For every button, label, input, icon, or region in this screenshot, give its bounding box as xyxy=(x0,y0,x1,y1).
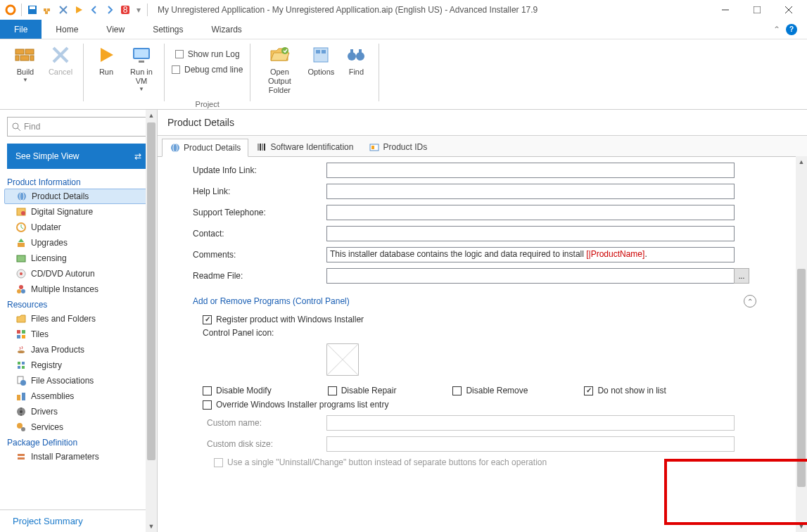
nav-multiple-instances[interactable]: Multiple Instances xyxy=(0,281,157,297)
ribbon: Build ▼ Cancel Run Run in VM ▼ Show run … xyxy=(0,39,807,110)
chk-override-list-entry[interactable]: Override Windows Installer programs list… xyxy=(203,400,807,410)
control-panel-icon-preview[interactable] xyxy=(326,343,359,376)
chk-do-not-show[interactable]: Do not show in list xyxy=(584,386,666,395)
dropdown-icon[interactable]: ▾ xyxy=(135,4,142,15)
see-simple-view-button[interactable]: See Simple View ⇄ xyxy=(7,144,150,169)
run-icon[interactable] xyxy=(73,4,84,15)
maximize-button[interactable] xyxy=(741,0,773,20)
ribbon-collapse-icon[interactable]: ⌃ xyxy=(773,25,780,34)
nav-registry[interactable]: Registry xyxy=(0,357,157,373)
browse-readme-button[interactable]: ... xyxy=(734,268,749,284)
input-readme[interactable] xyxy=(326,268,735,284)
svg-point-60 xyxy=(20,380,26,386)
input-contact[interactable] xyxy=(326,226,735,241)
svg-rect-51 xyxy=(22,330,25,334)
nav-tiles[interactable]: Tiles xyxy=(0,327,157,342)
titlebar: 8 ▾ My Unregistered Appllication - My Un… xyxy=(0,0,807,20)
svg-rect-4 xyxy=(47,8,50,11)
svg-marker-26 xyxy=(271,53,289,61)
nav-digital-signature[interactable]: Digital Signature xyxy=(0,204,157,220)
ribbon-cancel-button: Cancel xyxy=(45,42,76,83)
svg-rect-25 xyxy=(139,61,144,63)
nav-drivers[interactable]: Drivers xyxy=(0,404,157,419)
nav-licensing[interactable]: Licensing xyxy=(0,251,157,266)
menu-wizards[interactable]: Wizards xyxy=(198,20,256,39)
label-control-panel-icon: Control Panel icon: xyxy=(203,328,336,338)
svg-point-49 xyxy=(19,285,23,289)
cancel-icon[interactable] xyxy=(58,4,69,15)
menu-home[interactable]: Home xyxy=(42,20,92,39)
nav-java-products[interactable]: Java Products xyxy=(0,342,157,357)
content-tabs: Product Details Software Identification … xyxy=(158,136,807,157)
input-help-link[interactable] xyxy=(326,184,735,199)
svg-rect-5 xyxy=(45,11,48,14)
globe-icon xyxy=(16,191,27,202)
tab-product-ids[interactable]: Product IDs xyxy=(361,138,435,156)
brick-wall-icon xyxy=(14,44,37,66)
section-package-def: Package Definition xyxy=(0,435,157,449)
svg-point-37 xyxy=(18,192,26,201)
sidebar-scrollbar[interactable]: ▲ ▼ xyxy=(146,110,157,532)
svg-rect-3 xyxy=(44,8,46,11)
nav-upgrades[interactable]: Upgrades xyxy=(0,235,157,251)
ribbon-build-button[interactable]: Build ▼ xyxy=(10,42,41,83)
updater-icon xyxy=(15,222,27,233)
chk-disable-remove[interactable]: Disable Remove xyxy=(452,386,528,395)
find-input[interactable]: Find xyxy=(7,117,150,137)
ribbon-debug-cmd[interactable]: Debug cmd line xyxy=(172,65,243,75)
ribbon-open-output-button[interactable]: Open Output Folder xyxy=(258,42,301,96)
forward-icon[interactable] xyxy=(104,4,115,15)
svg-rect-16 xyxy=(25,49,34,54)
nav-cd-autorun[interactable]: CD/DVD Autorun xyxy=(0,266,157,281)
nav-updater[interactable]: Updater xyxy=(0,220,157,235)
registry-icon xyxy=(15,360,27,371)
build-icon[interactable] xyxy=(42,4,53,15)
tiles-icon xyxy=(15,329,27,340)
label-update-info: Update Info Link: xyxy=(193,165,326,175)
nav-services[interactable]: Services xyxy=(0,419,157,435)
ribbon-show-run-log[interactable]: Show run Log xyxy=(175,49,240,59)
nav-files-folders[interactable]: Files and Folders xyxy=(0,311,157,327)
nav-product-details[interactable]: Product Details xyxy=(4,189,153,204)
ribbon-options-button[interactable]: Options xyxy=(305,42,336,96)
input-comments[interactable]: This installer database contains the log… xyxy=(326,247,735,262)
chk-register-product[interactable]: Register product with Windows Installer xyxy=(203,315,807,324)
chk-disable-modify[interactable]: Disable Modify xyxy=(203,386,272,395)
menu-file[interactable]: File xyxy=(0,20,42,39)
input-support-tel[interactable] xyxy=(326,205,735,220)
svg-point-47 xyxy=(17,289,21,293)
chk-disable-repair[interactable]: Disable Repair xyxy=(328,386,397,395)
label-comments: Comments: xyxy=(193,250,326,260)
licensing-icon xyxy=(15,253,27,264)
svg-rect-2 xyxy=(30,6,35,9)
ribbon-group-project-label: Project xyxy=(196,100,220,108)
svg-point-71 xyxy=(171,144,179,152)
save-icon[interactable] xyxy=(27,4,38,15)
project-summary-button[interactable]: Project Summary xyxy=(0,509,157,532)
svg-rect-29 xyxy=(316,50,320,53)
nav-install-parameters[interactable]: Install Parameters xyxy=(0,449,157,464)
svg-text:8: 8 xyxy=(123,5,128,15)
help-icon[interactable]: ? xyxy=(786,24,797,35)
badge-icon[interactable]: 8 xyxy=(120,4,131,15)
collapse-icon[interactable]: ⌃ xyxy=(744,295,756,308)
ribbon-run-vm-button[interactable]: Run in VM ▼ xyxy=(126,42,157,92)
content-scrollbar[interactable]: ▲ ▼ xyxy=(796,156,807,532)
tab-product-details[interactable]: Product Details xyxy=(162,139,248,157)
menu-settings[interactable]: Settings xyxy=(139,20,197,39)
input-update-info[interactable] xyxy=(326,163,735,178)
nav-assemblies[interactable]: Assemblies xyxy=(0,388,157,404)
back-icon[interactable] xyxy=(89,4,100,15)
svg-rect-53 xyxy=(22,335,25,338)
close-button[interactable] xyxy=(773,0,804,20)
svg-rect-12 xyxy=(754,6,761,13)
svg-point-48 xyxy=(21,289,25,293)
ribbon-run-button[interactable]: Run xyxy=(91,42,122,92)
java-icon xyxy=(15,344,27,355)
minimize-button[interactable] xyxy=(709,0,741,20)
ribbon-find-button[interactable]: Find xyxy=(341,42,371,96)
barcode-icon xyxy=(256,141,267,153)
menu-view[interactable]: View xyxy=(92,20,139,39)
nav-file-associations[interactable]: File Associations xyxy=(0,373,157,388)
tab-software-identification[interactable]: Software Identification xyxy=(248,138,361,156)
